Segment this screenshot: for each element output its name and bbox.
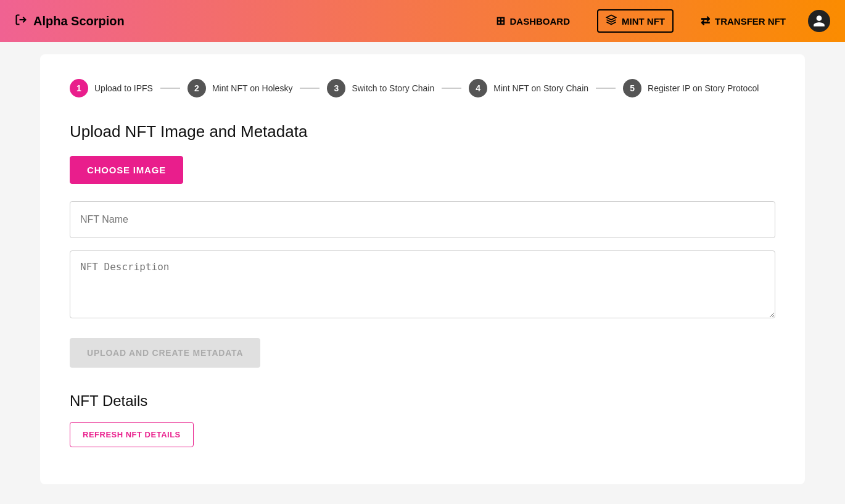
main-content: 1 Upload to IPFS 2 Mint NFT on Holesky 3… [40, 54, 805, 484]
nav-mint-nft[interactable]: MINT NFT [597, 9, 674, 33]
step-5[interactable]: 5 Register IP on Story Protocol [623, 79, 759, 97]
upload-metadata-button[interactable]: UPLOAD AND CREATE METADATA [70, 338, 260, 368]
nav-dashboard[interactable]: ⊞ DASHBOARD [488, 10, 578, 31]
step-1-label: Upload to IPFS [94, 83, 153, 93]
app-logo[interactable]: Alpha Scorpion [15, 14, 125, 29]
step-3-circle: 3 [327, 79, 345, 97]
nav-transfer-nft-label: TRANSFER NFT [715, 16, 786, 27]
step-separator-1 [160, 88, 180, 89]
step-4[interactable]: 4 Mint NFT on Story Chain [469, 79, 588, 97]
step-1[interactable]: 1 Upload to IPFS [70, 79, 153, 97]
step-3[interactable]: 3 Switch to Story Chain [327, 79, 434, 97]
step-separator-4 [596, 88, 616, 89]
dashboard-icon: ⊞ [496, 14, 505, 28]
step-5-circle: 5 [623, 79, 641, 97]
stepper: 1 Upload to IPFS 2 Mint NFT on Holesky 3… [70, 79, 775, 97]
step-4-circle: 4 [469, 79, 487, 97]
step-separator-2 [300, 88, 319, 89]
step-5-label: Register IP on Story Protocol [648, 83, 759, 93]
upload-section-title: Upload NFT Image and Metadata [70, 122, 775, 141]
step-2[interactable]: 2 Mint NFT on Holesky [188, 79, 292, 97]
refresh-nft-details-button[interactable]: REFRESH NFT DETAILS [70, 422, 194, 447]
step-1-circle: 1 [70, 79, 88, 97]
nav-mint-nft-label: MINT NFT [622, 16, 665, 27]
step-separator-3 [442, 88, 461, 89]
mint-nft-icon [606, 14, 617, 28]
step-2-circle: 2 [188, 79, 206, 97]
choose-image-button[interactable]: CHOOSE IMAGE [70, 156, 183, 184]
transfer-icon: ⇄ [701, 14, 710, 28]
nav-dashboard-label: DASHBOARD [510, 16, 571, 27]
nft-name-input[interactable] [70, 201, 775, 238]
step-2-label: Mint NFT on Holesky [212, 83, 292, 93]
app-header: Alpha Scorpion ⊞ DASHBOARD MINT NFT ⇄ TR… [0, 0, 845, 42]
logo-arrow-icon [15, 14, 27, 29]
main-nav: ⊞ DASHBOARD MINT NFT ⇄ TRANSFER NFT [488, 9, 793, 33]
nft-details-title: NFT Details [70, 392, 775, 410]
step-4-label: Mint NFT on Story Chain [493, 83, 588, 93]
nft-description-input[interactable] [70, 250, 775, 318]
logo-text: Alpha Scorpion [33, 14, 125, 28]
nav-transfer-nft[interactable]: ⇄ TRANSFER NFT [693, 10, 793, 31]
user-avatar[interactable] [808, 10, 830, 32]
step-3-label: Switch to Story Chain [352, 83, 434, 93]
